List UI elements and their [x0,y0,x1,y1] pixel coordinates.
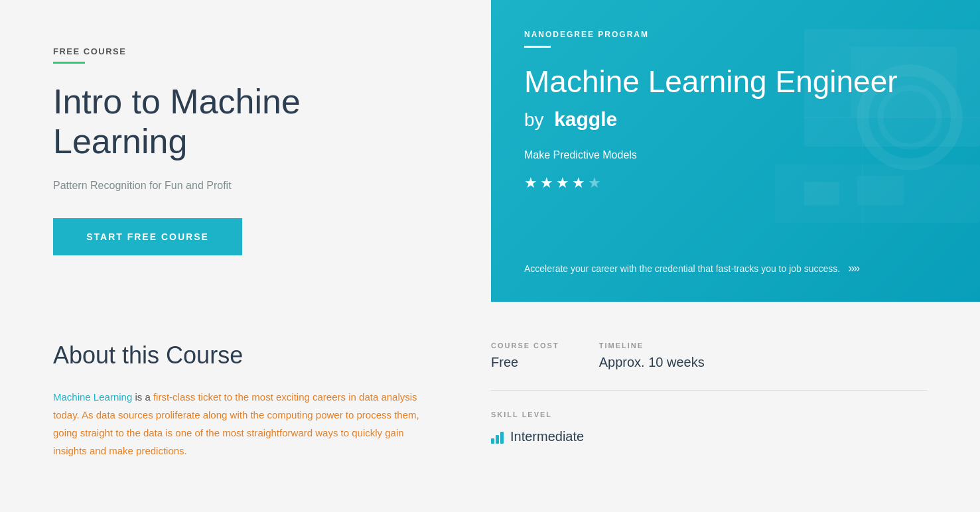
nanodegree-title: Machine Learning Engineer [524,64,947,100]
kaggle-partner: kaggle [554,108,617,130]
cta-arrow-icon: »» [848,261,859,275]
course-title: Intro to Machine Learning [53,82,438,162]
skill-label: SKILL LEVEL [491,411,927,418]
page-wrapper: FREE COURSE Intro to Machine Learning Pa… [0,0,980,512]
course-subtitle: Pattern Recognition for Fun and Profit [53,180,438,192]
highlight-ml: Machine Learning [53,391,132,403]
course-title-line2: Learning [53,122,187,160]
right-panel: NANODEGREE PROGRAM Machine Learning Engi… [491,0,980,302]
skill-value-row: Intermediate [491,429,927,444]
free-course-underline [53,62,85,64]
timeline-label: TIMELINE [599,342,705,350]
cost-label: COURSE COST [491,342,559,350]
star-rating: ★ ★ ★ ★ ★ [524,174,947,192]
star-2: ★ [540,174,553,192]
star-5: ★ [588,174,601,192]
about-text-connector: is a [132,391,153,403]
top-section: FREE COURSE Intro to Machine Learning Pa… [0,0,980,302]
nanodegree-tagline: Make Predictive Models [524,149,947,161]
about-section: About this Course Machine Learning is a … [53,342,438,460]
about-title: About this Course [53,342,438,369]
skill-level-icon [491,430,504,444]
star-1: ★ [524,174,537,192]
nanodegree-content: NANODEGREE PROGRAM Machine Learning Engi… [524,30,947,192]
skill-bar-2 [496,435,499,444]
start-free-course-button[interactable]: START FREE COURSE [53,218,242,255]
about-description: Machine Learning is a first-class ticket… [53,388,438,460]
skill-section: SKILL LEVEL Intermediate [491,411,927,444]
course-title-line1: Intro to Machine [53,82,301,121]
meta-cost-timeline-row: COURSE COST Free TIMELINE Approx. 10 wee… [491,342,927,391]
left-panel: FREE COURSE Intro to Machine Learning Pa… [0,0,491,302]
nanodegree-cta[interactable]: Accelerate your career with the credenti… [524,261,947,275]
by-prefix: by [524,109,544,130]
meta-cost-item: COURSE COST Free [491,342,559,370]
cost-value: Free [491,355,559,370]
skill-bar-3 [500,432,504,444]
nanodegree-by: by kaggle [524,108,947,131]
course-meta: COURSE COST Free TIMELINE Approx. 10 wee… [491,342,927,460]
skill-bar-1 [491,438,494,444]
timeline-value: Approx. 10 weeks [599,355,705,370]
bottom-section: About this Course Machine Learning is a … [0,302,980,499]
star-4: ★ [572,174,585,192]
nanodegree-underline [524,46,551,48]
nanodegree-label: NANODEGREE PROGRAM [524,30,947,39]
star-3: ★ [556,174,569,192]
skill-value: Intermediate [510,429,584,444]
cta-text: Accelerate your career with the credenti… [524,263,840,274]
meta-timeline-item: TIMELINE Approx. 10 weeks [599,342,705,370]
free-course-label: FREE COURSE [53,46,438,56]
